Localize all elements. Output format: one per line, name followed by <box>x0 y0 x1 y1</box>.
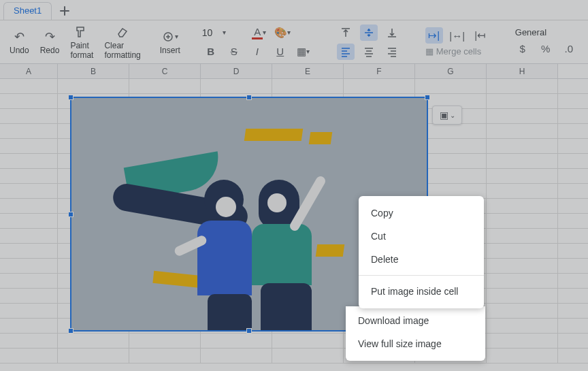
valign-bottom-button[interactable] <box>383 25 401 41</box>
merge-cells-button[interactable]: ▦ Merge cells <box>425 46 481 57</box>
clear-label: Clear formatting <box>104 41 140 60</box>
text-color-button[interactable]: A▾ <box>250 25 268 41</box>
borders-button[interactable]: ▦▾ <box>295 44 312 60</box>
resize-handle[interactable] <box>246 95 252 100</box>
sheet-tab-bar: Sheet1 <box>0 0 588 20</box>
insert-label: Insert <box>160 46 180 55</box>
clear-formatting-button[interactable]: Clear formatting <box>99 20 146 63</box>
redo-button[interactable]: ↷ Redo <box>35 20 65 63</box>
fill-color-button[interactable]: 🎨▾ <box>274 25 291 41</box>
toolbar: ↶ Undo ↷ Redo Paint format Clear formatt… <box>0 20 588 64</box>
undo-icon: ↶ <box>14 29 24 44</box>
chevron-down-icon: ▾ <box>223 29 226 36</box>
context-view-full-size[interactable]: View full size image <box>346 332 485 355</box>
insert-icon: ▾ <box>161 29 178 44</box>
wrap-overflow-button[interactable]: ↦| <box>425 27 443 44</box>
insert-button[interactable]: ▾ Insert <box>154 20 186 63</box>
font-size-value: 10 <box>202 27 218 38</box>
chevron-down-icon: ⌄ <box>450 112 455 119</box>
currency-button[interactable]: $ <box>514 40 532 57</box>
redo-label: Redo <box>40 46 60 55</box>
context-copy[interactable]: Copy <box>359 201 484 225</box>
add-sheet-button[interactable] <box>54 2 75 20</box>
eraser-icon <box>116 25 129 39</box>
font-size-selector[interactable]: 10 ▾ <box>202 27 226 38</box>
paint-format-button[interactable]: Paint format <box>65 20 99 63</box>
spreadsheet-grid[interactable]: A B C D E F G H <box>0 64 588 371</box>
merge-label: Merge cells <box>436 46 481 57</box>
separator <box>359 275 484 276</box>
halign-left-button[interactable] <box>337 44 355 60</box>
underline-button[interactable]: U <box>272 44 289 60</box>
resize-handle[interactable] <box>246 328 252 334</box>
percent-button[interactable]: % <box>537 40 555 57</box>
resize-handle[interactable] <box>68 212 74 217</box>
resize-handle[interactable] <box>68 328 74 334</box>
halign-right-button[interactable] <box>383 44 401 60</box>
context-delete[interactable]: Delete <box>359 248 484 271</box>
column-header[interactable]: B <box>58 64 129 78</box>
image-context-menu-highlight: Download image View full size image <box>346 306 485 361</box>
decimal-decrease-button[interactable]: .0 <box>560 40 578 57</box>
image-replace-icon: ▣ <box>440 110 448 120</box>
wrap-clip-button[interactable]: |↤ <box>472 27 489 44</box>
italic-button[interactable]: I <box>248 44 266 60</box>
column-header[interactable]: D <box>201 64 272 78</box>
paint-label: Paint format <box>70 41 93 60</box>
number-format-selector[interactable]: General <box>510 27 582 37</box>
column-header[interactable]: C <box>129 64 201 78</box>
merge-icon: ▦ <box>425 46 434 57</box>
bold-button[interactable]: B <box>202 44 220 60</box>
column-header[interactable]: F <box>344 64 415 78</box>
valign-middle-button[interactable] <box>360 25 378 41</box>
wrap-wrap-button[interactable]: |↔| <box>448 27 466 44</box>
undo-button[interactable]: ↶ Undo <box>4 20 35 63</box>
image-options-button[interactable]: ▣ ⌄ <box>432 106 462 125</box>
context-download-image[interactable]: Download image <box>346 309 485 332</box>
context-put-inside-cell[interactable]: Put image inside cell <box>359 280 484 303</box>
undo-label: Undo <box>10 46 29 55</box>
halign-center-button[interactable] <box>360 44 378 60</box>
strike-button[interactable]: S <box>225 44 243 60</box>
resize-handle[interactable] <box>68 95 74 100</box>
context-cut[interactable]: Cut <box>359 225 484 248</box>
valign-top-button[interactable] <box>337 25 355 41</box>
column-header[interactable]: E <box>272 64 344 78</box>
sheet-tab-active[interactable]: Sheet1 <box>3 2 52 20</box>
column-header[interactable]: A <box>0 64 58 78</box>
column-header[interactable]: H <box>487 64 558 78</box>
column-header[interactable]: G <box>415 64 487 78</box>
redo-icon: ↷ <box>45 29 55 44</box>
resize-handle[interactable] <box>425 95 430 100</box>
image-context-menu: Copy Cut Delete Put image inside cell <box>359 196 484 308</box>
paint-icon <box>75 25 88 39</box>
plus-icon <box>60 6 69 16</box>
column-headers: A B C D E F G H <box>0 64 588 79</box>
